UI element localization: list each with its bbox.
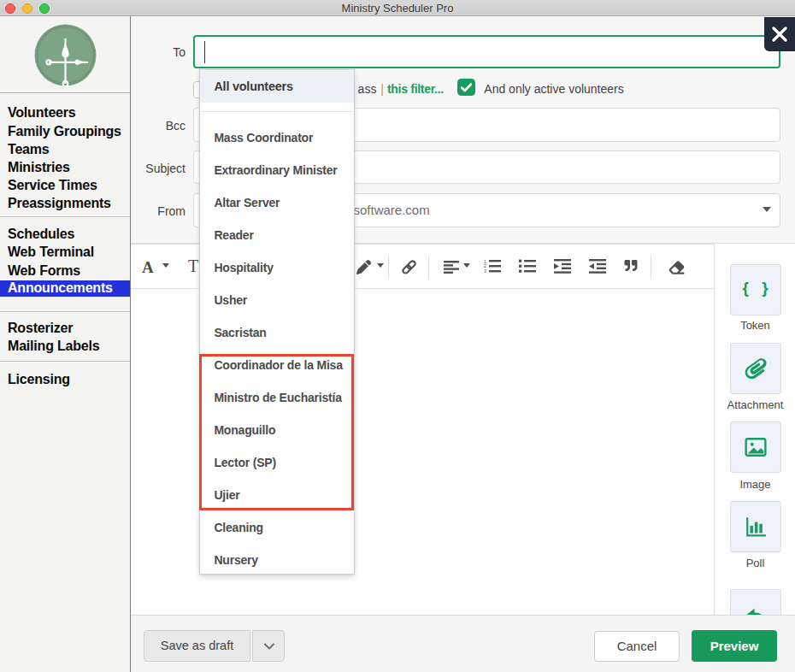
poll-button[interactable] — [730, 501, 781, 552]
active-volunteers-checkbox[interactable] — [457, 79, 475, 97]
cancel-button[interactable]: Cancel — [594, 631, 680, 663]
poll-label: Poll — [715, 557, 795, 569]
align-icon[interactable] — [444, 261, 459, 274]
sidebar-item-rosterizer[interactable]: Rosterizer — [0, 319, 130, 337]
save-as-draft-button[interactable]: Save as draft — [144, 630, 250, 662]
active-volunteers-label: And only active volunteers — [484, 80, 623, 97]
chevron-down-icon — [264, 643, 274, 650]
sidebar-item-web-forms[interactable]: Web Forms — [0, 262, 130, 280]
blockquote-icon[interactable] — [623, 259, 639, 272]
font-color-button[interactable]: A — [142, 259, 154, 275]
toolbar-separator — [428, 256, 429, 278]
to-input[interactable] — [193, 35, 781, 69]
dropdown-item[interactable]: Cleaning — [200, 511, 354, 544]
token-button[interactable]: { } — [730, 264, 781, 315]
image-icon — [745, 436, 767, 458]
sidebar-item-ministries[interactable]: Ministries — [0, 158, 130, 176]
sidebar-item-schedules[interactable]: Schedules — [0, 225, 130, 243]
token-braces-icon: { } — [731, 279, 780, 298]
eraser-icon[interactable] — [668, 260, 686, 275]
from-label: From — [130, 204, 186, 218]
spanish-ministries-highlight-box — [199, 354, 354, 511]
toolbar-separator — [388, 256, 389, 278]
app-logo-icon — [34, 24, 97, 86]
sidebar-item-teams[interactable]: Teams — [0, 140, 130, 158]
sidebar-item-web-terminal[interactable]: Web Terminal — [0, 243, 130, 261]
footer-bar: Save as draft Cancel Preview — [130, 615, 795, 672]
svg-text:3: 3 — [484, 268, 486, 274]
dropdown-item[interactable]: Nursery — [200, 544, 354, 576]
reply-arrow-icon — [745, 604, 768, 615]
sidebar-item-preassignments[interactable]: Preassignments — [0, 194, 130, 212]
image-button[interactable] — [730, 421, 781, 473]
chevron-down-icon — [162, 263, 169, 268]
sidebar-item-volunteers[interactable]: Volunteers — [0, 103, 130, 121]
dropdown-item[interactable]: Hospitality — [200, 251, 354, 284]
sidebar-item-announcements[interactable]: Announcements — [0, 280, 130, 297]
ordered-list-icon[interactable]: 1 2 3 — [484, 259, 501, 274]
dropdown-item[interactable]: Altar Server — [200, 186, 354, 219]
sidebar-separator — [0, 311, 130, 312]
logo-panel — [0, 16, 130, 93]
sidebar-separator — [0, 216, 130, 217]
this-filter-link[interactable]: this filter... — [387, 80, 444, 97]
preview-button[interactable]: Preview — [692, 630, 777, 662]
sidebar-separator — [0, 361, 130, 362]
to-label: To — [130, 45, 186, 59]
close-icon — [772, 27, 787, 42]
recipient-dropdown: All volunteers Mass Coordinator Extraord… — [199, 69, 355, 575]
sidebar-item-service-times[interactable]: Service Times — [0, 176, 130, 194]
chevron-down-icon — [377, 263, 384, 268]
window-title: Ministry Scheduler Pro — [0, 2, 795, 15]
text-caret — [204, 41, 206, 63]
sidebar-group-people: Volunteers Family Groupings Teams Minist… — [0, 103, 130, 212]
dropdown-divider — [200, 111, 354, 112]
sidebar-item-family-groupings[interactable]: Family Groupings — [0, 122, 130, 140]
subject-label: Subject — [130, 162, 186, 175]
paperclip-icon — [742, 356, 768, 381]
link-icon[interactable] — [401, 259, 417, 275]
bcc-label: Bcc — [130, 119, 186, 133]
close-button[interactable] — [764, 17, 795, 51]
indent-icon[interactable] — [554, 259, 571, 274]
font-name-button[interactable]: T — [188, 258, 198, 274]
chevron-down-icon — [463, 263, 470, 268]
attachment-button[interactable] — [730, 343, 781, 394]
dropdown-item-all-volunteers[interactable]: All volunteers — [200, 71, 354, 103]
from-value: software.com — [354, 194, 430, 227]
dropdown-item[interactable]: Mass Coordinator — [200, 121, 354, 154]
outdent-icon[interactable] — [589, 259, 606, 274]
sidebar-group-scheduling: Schedules Web Terminal Web Forms Announc… — [0, 225, 130, 298]
bar-chart-icon — [745, 516, 767, 538]
sidebar-group-licensing: Licensing — [0, 370, 130, 388]
highlight-pen-icon[interactable] — [356, 260, 371, 274]
recipient-scope-label-fragment: ass — [358, 80, 377, 97]
titlebar: Ministry Scheduler Pro — [0, 0, 795, 16]
save-draft-menu-button[interactable] — [252, 630, 285, 662]
dropdown-item[interactable]: Usher — [200, 284, 354, 316]
sidebar-item-licensing[interactable]: Licensing — [0, 370, 130, 388]
sidebar-item-mailing-labels[interactable]: Mailing Labels — [0, 337, 130, 355]
unordered-list-icon[interactable] — [519, 259, 536, 274]
attachment-label: Attachment — [715, 398, 795, 411]
sidebar: Volunteers Family Groupings Teams Minist… — [0, 16, 131, 672]
token-label: Token — [715, 319, 795, 332]
image-label: Image — [715, 478, 795, 491]
chevron-down-icon — [763, 207, 771, 212]
dropdown-item[interactable]: Reader — [200, 219, 354, 251]
dropdown-item[interactable]: Extraordinary Minister — [200, 154, 354, 186]
dropdown-item[interactable]: Sacristan — [200, 316, 354, 349]
undo-button[interactable] — [730, 589, 781, 615]
insert-rail: { } Token Attachment Image Poll — [714, 244, 795, 616]
separator-pipe: | — [380, 80, 384, 97]
sidebar-group-tools: Rosterizer Mailing Labels — [0, 319, 130, 355]
toolbar-separator — [651, 256, 651, 278]
